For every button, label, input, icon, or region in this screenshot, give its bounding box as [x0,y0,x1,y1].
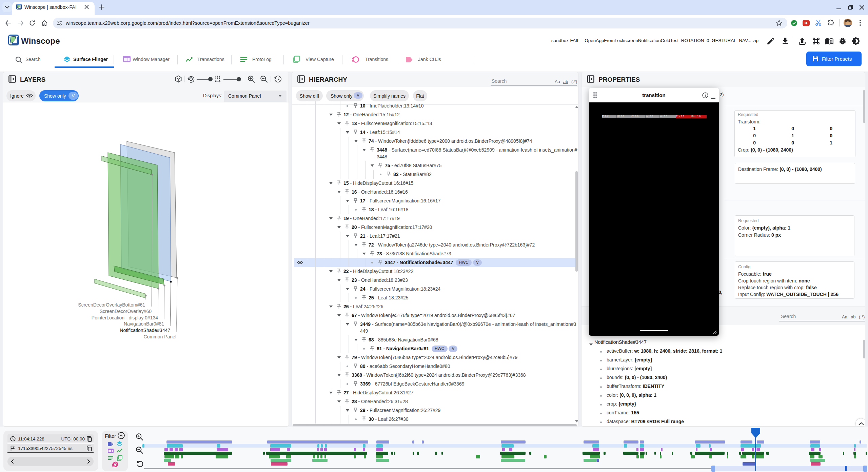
svg-text:NavigationBar0#81: NavigationBar0#81 [124,321,164,327]
svg-text:ScreenDecorOverlay#60: ScreenDecorOverlay#60 [100,309,152,314]
svg-text:ScreenDecorOverlayBottom#61: ScreenDecorOverlayBottom#61 [78,302,145,308]
svg-text:Common Panel: Common Panel [144,334,177,339]
svg-text:PointerLocation - display 0#13: PointerLocation - display 0#134 [92,315,158,320]
svg-text:NotificationShade#3447: NotificationShade#3447 [120,328,170,333]
